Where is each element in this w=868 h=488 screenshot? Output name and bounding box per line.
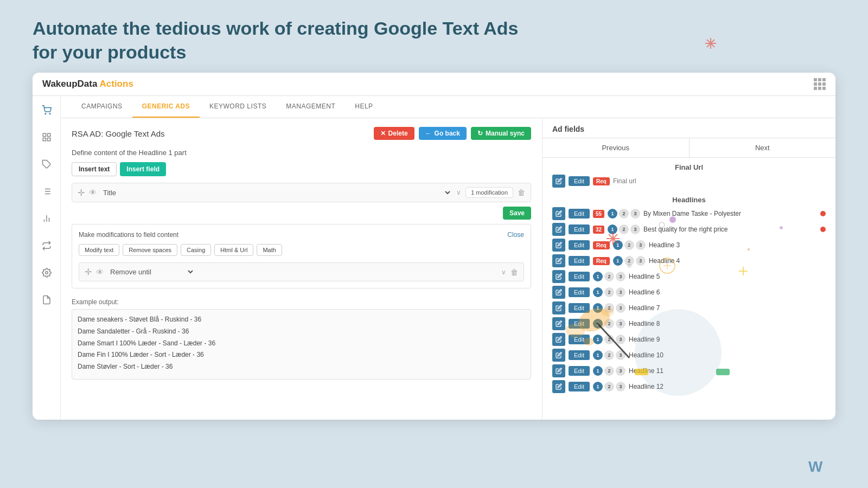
h3-text: Headline 3	[649, 241, 826, 249]
h5-edit-btn[interactable]: Edit	[569, 272, 590, 281]
final-url-edit-btn[interactable]: Edit	[569, 176, 590, 186]
h3-req-badge: Req	[593, 241, 610, 249]
mod-drag-handle[interactable]: ✛	[85, 267, 92, 277]
h9-edit-icon[interactable]	[552, 333, 565, 346]
h9-edit-btn[interactable]: Edit	[569, 335, 590, 344]
h10-num-group: 1 2 3	[593, 350, 626, 360]
headline-row-8: Edit 1 2 3 Headline 8	[552, 317, 826, 330]
h11-edit-icon[interactable]	[552, 364, 565, 377]
headline-row-11: Edit 1 2 3 Headline 11	[552, 364, 826, 377]
sidebar-icon-export[interactable]	[38, 237, 55, 254]
h1-edit-icon[interactable]	[552, 207, 565, 220]
mod-field-select[interactable]: Remove until	[108, 267, 195, 277]
sidebar	[33, 96, 61, 420]
html-url-btn[interactable]: Html & Url	[214, 244, 253, 256]
drag-handle[interactable]: ✛	[78, 188, 85, 198]
h11-text: Headline 11	[629, 367, 826, 375]
svg-point-27	[45, 113, 46, 114]
go-back-button[interactable]: ← Go back	[419, 127, 467, 140]
final-url-input[interactable]	[613, 177, 826, 185]
tab-keyword-lists[interactable]: KEYWORD LISTS	[200, 96, 276, 118]
arrow-left-icon: ←	[425, 130, 432, 137]
example-item: Dame Sandaletter - Grå - Ruskind - 36	[78, 326, 525, 338]
section-label: Define content of the Headline 1 part	[72, 149, 531, 157]
manual-sync-button[interactable]: ↻ Manual sync	[471, 127, 531, 140]
h11-edit-btn[interactable]: Edit	[569, 366, 590, 376]
h8-edit-icon[interactable]	[552, 317, 565, 330]
mod-eye-icon[interactable]: 👁	[96, 268, 104, 277]
math-btn[interactable]: Math	[257, 244, 282, 256]
save-button[interactable]: Save	[503, 207, 531, 220]
h1-edit-btn[interactable]: Edit	[569, 209, 590, 219]
final-url-edit-icon[interactable]	[552, 175, 565, 188]
save-row: Save	[72, 207, 531, 220]
field-select[interactable]: Title	[101, 188, 452, 197]
tab-management[interactable]: MANAGEMENT	[276, 96, 345, 118]
insert-field-button[interactable]: Insert field	[120, 162, 166, 176]
close-modifications[interactable]: Close	[507, 231, 524, 239]
sidebar-icon-tags[interactable]	[38, 156, 55, 173]
h6-edit-icon[interactable]	[552, 286, 565, 299]
insert-text-button[interactable]: Insert text	[72, 162, 117, 176]
modify-text-btn[interactable]: Modify text	[79, 244, 119, 256]
h3-edit-icon[interactable]	[552, 239, 565, 252]
grid-icon[interactable]	[814, 78, 826, 90]
h2-num-badge: 32	[593, 226, 604, 234]
page-title: Automate the tedious work of creating Go…	[33, 16, 835, 64]
sidebar-icon-filter[interactable]	[38, 129, 55, 146]
h5-num-group: 1 2 3	[593, 272, 626, 281]
mod-header: Make modifications to field content Clos…	[79, 231, 524, 239]
svg-rect-32	[47, 138, 50, 141]
eye-icon[interactable]: 👁	[89, 188, 97, 197]
h3-num-group: 1 2 3	[613, 240, 646, 250]
example-section: Example output: Dame sneakers - Støvet B…	[72, 298, 531, 380]
svg-point-28	[49, 113, 50, 114]
h2-edit-icon[interactable]	[552, 223, 565, 236]
sidebar-icon-list[interactable]	[38, 183, 55, 200]
h8-edit-btn[interactable]: Edit	[569, 319, 590, 329]
prev-next-row: Previous Next	[542, 138, 835, 158]
headline-row-6: Edit 1 2 3 Headline 6	[552, 286, 826, 299]
headline-row-10: Edit 1 2 3 Headline 10	[552, 349, 826, 362]
sync-icon: ↻	[477, 130, 483, 137]
sidebar-icon-chart[interactable]	[38, 210, 55, 227]
example-item: Dame Smart I 100% Læder - Sand - Læder -…	[78, 338, 525, 350]
h5-edit-icon[interactable]	[552, 270, 565, 283]
headline-row-2: Edit 32 1 2 3 Best quality for the right…	[552, 223, 826, 236]
example-item: Dame sneakers - Støvet Blå - Ruskind - 3…	[78, 314, 525, 326]
sidebar-icon-file[interactable]	[38, 291, 55, 309]
h2-edit-btn[interactable]: Edit	[569, 224, 590, 234]
headline-row-12: Edit 1 2 3 Headline 12	[552, 380, 826, 393]
next-button[interactable]: Next	[690, 138, 836, 157]
h7-edit-btn[interactable]: Edit	[569, 303, 590, 313]
delete-button[interactable]: ✕ Delete	[374, 127, 414, 140]
req-badge: Req	[593, 177, 610, 185]
casing-btn[interactable]: Casing	[181, 244, 211, 256]
h4-text: Headline 4	[649, 257, 826, 265]
h12-edit-btn[interactable]: Edit	[569, 382, 590, 391]
h10-edit-icon[interactable]	[552, 349, 565, 362]
mod-buttons: Modify text Remove spaces Casing Html & …	[79, 244, 524, 256]
h12-text: Headline 12	[629, 383, 826, 390]
h12-edit-icon[interactable]	[552, 380, 565, 393]
h10-edit-btn[interactable]: Edit	[569, 350, 590, 360]
h4-edit-icon[interactable]	[552, 254, 565, 267]
headline-row-3: Edit Req 1 2 3 Headline 3	[552, 239, 826, 252]
svg-rect-29	[43, 134, 46, 137]
headlines-title: Headlines	[552, 190, 826, 207]
tab-help[interactable]: HELP	[345, 96, 382, 118]
previous-button[interactable]: Previous	[542, 138, 689, 157]
h7-edit-icon[interactable]	[552, 301, 565, 314]
h3-edit-btn[interactable]: Edit	[569, 240, 590, 250]
h12-num-group: 1 2 3	[593, 382, 626, 391]
tab-campaigns[interactable]: CAMPAIGNS	[72, 96, 132, 118]
sidebar-icon-cart[interactable]	[38, 101, 55, 119]
sidebar-icon-settings[interactable]	[38, 264, 55, 281]
tab-generic-ads[interactable]: GENERIC ADS	[132, 96, 200, 118]
final-url-title: Final Url	[552, 158, 826, 175]
delete-field-icon[interactable]: 🗑	[518, 188, 525, 197]
mod-delete-icon[interactable]: 🗑	[510, 268, 518, 277]
h6-edit-btn[interactable]: Edit	[569, 287, 590, 297]
h4-edit-btn[interactable]: Edit	[569, 256, 590, 266]
remove-spaces-btn[interactable]: Remove spaces	[123, 244, 177, 256]
